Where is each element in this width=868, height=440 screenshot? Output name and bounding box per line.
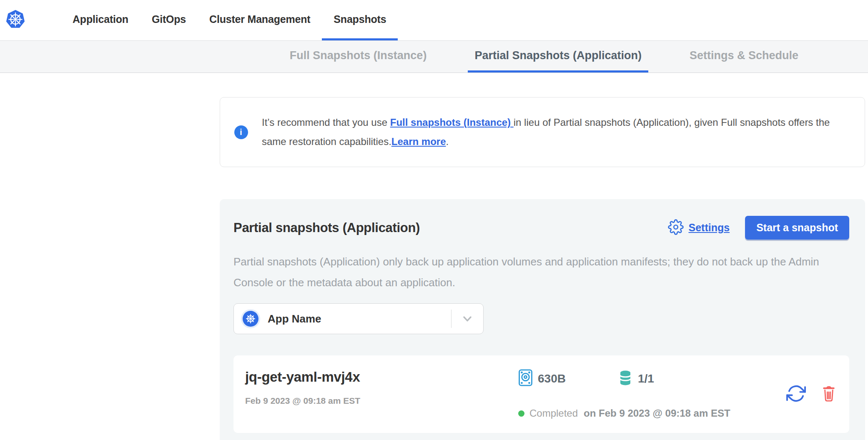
start-snapshot-button[interactable]: Start a snapshot — [745, 216, 849, 240]
subtab-full-snapshots[interactable]: Full Snapshots (Instance) — [283, 41, 434, 72]
disk-icon — [518, 369, 533, 388]
info-banner: i It’s recommend that you use Full snaps… — [220, 97, 865, 167]
settings-link[interactable]: Settings — [668, 219, 730, 237]
partial-snapshots-panel: Partial snapshots (Application) Settings… — [220, 199, 865, 440]
snapshot-size-stat: 630B — [518, 369, 566, 388]
restore-icon — [786, 384, 806, 405]
info-icon: i — [234, 125, 248, 139]
brand-logo — [6, 0, 25, 40]
subtab-partial-snapshots[interactable]: Partial Snapshots (Application) — [468, 41, 648, 72]
app-selector[interactable]: App Name — [233, 303, 484, 334]
chevron-down-icon[interactable] — [452, 312, 483, 325]
learn-more-link[interactable]: Learn more — [391, 136, 446, 147]
snapshot-volumes-value: 1/1 — [638, 372, 654, 385]
panel-description: Partial snapshots (Application) only bac… — [233, 251, 844, 293]
settings-label: Settings — [689, 222, 730, 234]
snapshots-sub-navigation: Full Snapshots (Instance) Partial Snapsh… — [0, 40, 868, 73]
snapshot-name: jq-get-yaml-mvj4x — [245, 369, 518, 385]
snapshot-row: jq-get-yaml-mvj4x Feb 9 2023 @ 09:18 am … — [233, 355, 849, 433]
status-detail: on Feb 9 2023 @ 09:18 am EST — [584, 408, 730, 419]
delete-snapshot-button[interactable] — [821, 385, 837, 404]
database-icon — [618, 370, 633, 388]
app-selector-value: App Name — [268, 312, 321, 325]
banner-text-before: It’s recommend that you use — [262, 117, 390, 128]
gear-icon — [668, 219, 684, 237]
banner-text-after: . — [446, 136, 449, 147]
panel-title: Partial snapshots (Application) — [233, 220, 420, 235]
status-label: Completed — [529, 408, 578, 419]
kubernetes-icon — [6, 10, 25, 30]
trash-icon — [821, 385, 837, 404]
snapshot-created-date: Feb 9 2023 @ 09:18 am EST — [245, 396, 518, 406]
info-banner-text: It’s recommend that you use Full snapsho… — [262, 113, 843, 151]
subtab-settings-schedule[interactable]: Settings & Schedule — [683, 41, 805, 72]
snapshot-size-value: 630B — [538, 372, 566, 385]
tab-gitops[interactable]: GitOps — [140, 0, 198, 40]
tab-cluster-management[interactable]: Cluster Management — [198, 0, 322, 40]
snapshot-status: Completed on Feb 9 2023 @ 09:18 am EST — [518, 408, 730, 419]
kubernetes-app-icon — [243, 311, 258, 327]
full-snapshots-link[interactable]: Full snapshots (Instance) — [390, 117, 514, 128]
restore-snapshot-button[interactable] — [786, 384, 806, 405]
snapshot-volumes-stat: 1/1 — [618, 370, 654, 388]
tab-snapshots[interactable]: Snapshots — [322, 0, 398, 40]
tab-application[interactable]: Application — [61, 0, 140, 40]
status-dot-icon — [518, 410, 524, 417]
top-navigation: Application GitOps Cluster Management Sn… — [0, 0, 868, 40]
